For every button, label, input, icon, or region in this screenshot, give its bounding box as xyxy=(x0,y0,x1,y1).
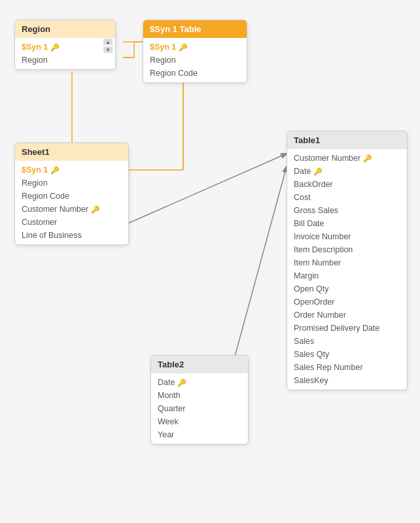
table2-row-week: Week xyxy=(151,415,248,428)
table1-backorder-label: BackOrder xyxy=(294,180,333,189)
table1-date-label: Date xyxy=(294,167,311,176)
syn1-table-body: $Syn 1 🔑 Region Region Code xyxy=(143,38,247,82)
sheet1-row-region-code: Region Code xyxy=(15,190,128,203)
table1-row-bill-date: Bill Date xyxy=(287,217,407,230)
table2-month-label: Month xyxy=(158,391,181,400)
table1-row-order-number: Order Number xyxy=(287,309,407,322)
table1-row-date: Date 🔑 xyxy=(287,165,407,178)
sheet1-region-label: Region xyxy=(22,178,48,188)
table2-quarter-label: Quarter xyxy=(158,404,185,413)
table1-margin-label: Margin xyxy=(294,271,319,280)
table1-open-order-label: OpenOrder xyxy=(294,297,335,307)
table1-open-qty-label: Open Qty xyxy=(294,284,329,294)
syn1-syn1-label: $Syn 1 xyxy=(150,42,176,52)
region-syn1-key: 🔑 xyxy=(50,43,60,52)
table1-item-number-label: Item Number xyxy=(294,258,341,267)
table1-row-cost: Cost xyxy=(287,191,407,204)
syn1-region-label: Region xyxy=(150,56,176,65)
table1-row-item-description: Item Description xyxy=(287,243,407,256)
sheet1-table-body: $Syn 1 🔑 Region Region Code Customer Num… xyxy=(15,161,128,245)
sheet1-syn1-label: $Syn 1 xyxy=(22,165,48,175)
table2-date-label: Date xyxy=(158,378,175,387)
table2-week-label: Week xyxy=(158,417,179,426)
sheet1-syn1-key: 🔑 xyxy=(50,166,60,175)
table1-customer-number-key: 🔑 xyxy=(363,154,372,163)
region-table: Region $Syn 1 🔑 ▲ ▼ Region xyxy=(14,20,116,70)
sheet1-row-syn1: $Syn 1 🔑 xyxy=(15,163,128,177)
region-table-header: Region xyxy=(15,20,115,38)
table1-date-key: 🔑 xyxy=(313,167,323,176)
table2-header: Table2 xyxy=(151,356,248,373)
table1-row-gross-sales: Gross Sales xyxy=(287,204,407,217)
syn1-table-header: $Syn 1 Table xyxy=(143,20,247,38)
table2-card: Table2 Date 🔑 Month Quarter Week Year xyxy=(150,355,249,445)
table1-saleskey-label: SalesKey xyxy=(294,376,328,385)
table1-invoice-number-label: Invoice Number xyxy=(294,232,351,241)
sheet1-lob-label: Line of Business xyxy=(22,231,82,240)
table2-row-date: Date 🔑 xyxy=(151,376,248,389)
table1-row-sales-rep: Sales Rep Number xyxy=(287,361,407,374)
sheet1-region-code-label: Region Code xyxy=(22,192,69,201)
table2-body: Date 🔑 Month Quarter Week Year xyxy=(151,373,248,444)
table1-row-open-order: OpenOrder xyxy=(287,295,407,309)
table1-sales-qty-label: Sales Qty xyxy=(294,350,329,359)
table1-sales-rep-label: Sales Rep Number xyxy=(294,363,363,372)
region-scroll[interactable]: ▲ ▼ xyxy=(103,39,113,53)
svg-line-13 xyxy=(229,167,287,378)
table1-order-number-label: Order Number xyxy=(294,311,346,320)
table2-row-month: Month xyxy=(151,389,248,402)
sheet1-row-customer-number: Customer Number 🔑 xyxy=(15,203,128,216)
table1-customer-number-label: Customer Number xyxy=(294,154,360,163)
table1-cost-label: Cost xyxy=(294,193,311,202)
sheet1-table: Sheet1 $Syn 1 🔑 Region Region Code Custo… xyxy=(14,143,129,245)
region-region-label: Region xyxy=(22,56,48,65)
sheet1-customer-label: Customer xyxy=(22,218,57,227)
region-syn1-label: $Syn 1 xyxy=(22,42,48,52)
syn1-syn1-key: 🔑 xyxy=(179,43,188,52)
syn1-region-code-label: Region Code xyxy=(150,69,198,78)
table2-date-key: 🔑 xyxy=(177,379,186,387)
table2-row-quarter: Quarter xyxy=(151,402,248,415)
table2-row-year: Year xyxy=(151,428,248,441)
table1-row-sales-qty: Sales Qty xyxy=(287,348,407,361)
svg-line-12 xyxy=(123,154,287,226)
table1-sales-label: Sales xyxy=(294,337,314,346)
scroll-down[interactable]: ▼ xyxy=(103,46,113,53)
table1-bill-date-label: Bill Date xyxy=(294,219,324,228)
scroll-up[interactable]: ▲ xyxy=(103,39,113,45)
region-row-syn1: $Syn 1 🔑 ▲ ▼ xyxy=(15,41,115,54)
table1-row-item-number: Item Number xyxy=(287,256,407,269)
sheet1-table-header: Sheet1 xyxy=(15,143,128,161)
table1-row-saleskey: SalesKey xyxy=(287,374,407,387)
table1-row-margin: Margin xyxy=(287,269,407,282)
table1-row-sales: Sales xyxy=(287,335,407,348)
table1-body: Customer Number 🔑 Date 🔑 BackOrder Cost … xyxy=(287,149,407,390)
sheet1-row-customer: Customer xyxy=(15,216,128,229)
table2-year-label: Year xyxy=(158,430,174,439)
table1-item-description-label: Item Description xyxy=(294,245,353,254)
table1-row-promised-delivery: Promised Delivery Date xyxy=(287,322,407,335)
syn1-row-region: Region xyxy=(143,54,247,67)
region-row-region: Region xyxy=(15,54,115,67)
table1-row-open-qty: Open Qty xyxy=(287,282,407,295)
syn1-row-syn1: $Syn 1 🔑 xyxy=(143,41,247,54)
sheet1-customer-number-label: Customer Number xyxy=(22,205,88,214)
region-table-body: $Syn 1 🔑 ▲ ▼ Region xyxy=(15,38,115,69)
table1-card: Table1 Customer Number 🔑 Date 🔑 BackOrde… xyxy=(287,131,408,390)
syn1-row-region-code: Region Code xyxy=(143,67,247,80)
table1-promised-delivery-label: Promised Delivery Date xyxy=(294,324,379,333)
table1-gross-sales-label: Gross Sales xyxy=(294,206,338,215)
table1-row-invoice-number: Invoice Number xyxy=(287,230,407,243)
table1-header: Table1 xyxy=(287,131,407,149)
syn1-table: $Syn 1 Table $Syn 1 🔑 Region Region Code xyxy=(143,20,247,83)
canvas: Region $Syn 1 🔑 ▲ ▼ Region $Syn 1 Table … xyxy=(0,0,420,523)
sheet1-customer-number-key: 🔑 xyxy=(91,205,100,214)
table1-row-customer-number: Customer Number 🔑 xyxy=(287,152,407,165)
sheet1-row-region: Region xyxy=(15,177,128,190)
sheet1-row-lob: Line of Business xyxy=(15,229,128,242)
table1-row-backorder: BackOrder xyxy=(287,178,407,191)
